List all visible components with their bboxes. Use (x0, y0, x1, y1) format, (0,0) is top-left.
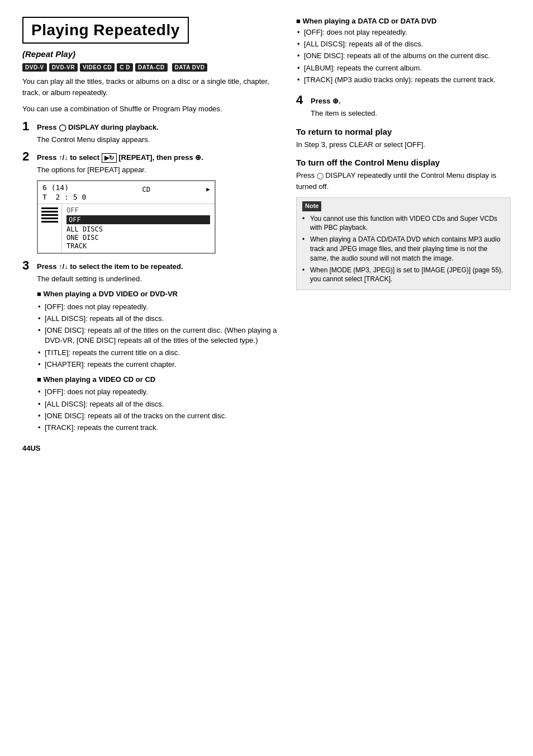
step-3-title: Press ↑/↓ to select the item to be repea… (37, 259, 183, 272)
display-opt-1: OFF (66, 206, 210, 214)
vcd-item-1: [OFF]: does not play repeatedly. (37, 387, 279, 397)
intro-para-2: You can use a combination of Shuffle or … (22, 103, 279, 115)
step-3-body: The default setting is underlined. (37, 273, 279, 285)
note-item-1: You cannot use this function with VIDEO … (302, 214, 505, 233)
display-track-number: 6 (14) (42, 183, 86, 193)
vcd-item-4: [TRACK]: repeats the current track. (37, 423, 279, 433)
display-bars (38, 204, 62, 253)
dvd-item-5: [CHAPTER]: repeats the current chapter. (37, 360, 279, 370)
when-videocd-header: ■ When playing a VIDEO CD or CD (37, 374, 279, 385)
step-3-num: 3 (22, 259, 34, 272)
badge-row: DVD-V DVD-VR VIDEO CD C D DATA-CD DATA D… (22, 63, 279, 72)
dvd-item-1: [OFF]: does not play repeatedly. (37, 302, 279, 312)
subtitle: (Repeat Play) (22, 49, 279, 59)
badge-cd: C D (117, 63, 133, 72)
step-1: 1 Press ◯ DISPLAY during playback. The C… (22, 120, 279, 145)
display-opt-5: TRACK (66, 242, 210, 250)
left-column: Playing Repeatedly (Repeat Play) DVD-V D… (22, 17, 279, 452)
display-elapsed: T 2 : 5 0 (42, 193, 86, 202)
when-datacd-list: [OFF]: does not play repeatedly. [ALL DI… (296, 27, 511, 85)
page-title: Playing Repeatedly (22, 17, 189, 44)
badge-datacd: DATA-CD (135, 63, 168, 72)
datacd-item-5: [TRACK] (MP3 audio tracks only): repeats… (296, 75, 511, 85)
step-2: 2 Press ↑/↓ to select ▶↻ [REPEAT], then … (22, 150, 279, 253)
badge-datadvd: DATA DVD (172, 63, 208, 72)
badge-videocd: VIDEO CD (80, 63, 115, 72)
datacd-item-1: [OFF]: does not play repeatedly. (296, 27, 511, 37)
note-box: Note You cannot use this function with V… (296, 197, 511, 290)
display-opt-4: ONE DISC (66, 234, 210, 242)
display-opt-2-highlight: OFF (66, 215, 210, 224)
display-opt-3: ALL DISCS (66, 225, 210, 233)
dvd-item-2: [ALL DISCS]: repeats all of the discs. (37, 314, 279, 324)
turn-off-section-body: Press ◯ DISPLAY repeatedly until the Con… (296, 170, 511, 192)
step-1-title: Press ◯ DISPLAY during playback. (37, 120, 159, 133)
when-dvd-list: [OFF]: does not play repeatedly. [ALL DI… (37, 302, 279, 370)
when-dvd-header: ■ When playing a DVD VIDEO or DVD-VR (37, 289, 279, 300)
note-label: Note (302, 201, 321, 211)
when-videocd-list: [OFF]: does not play repeatedly. [ALL DI… (37, 387, 279, 433)
note-list: You cannot use this function with VIDEO … (302, 214, 505, 285)
step-2-title: Press ↑/↓ to select ▶↻ [REPEAT], then pr… (37, 150, 203, 163)
step-4-body: The item is selected. (311, 108, 511, 119)
vcd-item-2: [ALL DISCS]: repeats all of the discs. (37, 399, 279, 409)
return-section-title: To return to normal play (296, 127, 511, 136)
step-4-num: 4 (296, 94, 307, 106)
display-arrow: ▶ (206, 183, 210, 193)
dvd-item-4: [TITLE]: repeats the current title on a … (37, 348, 279, 358)
turn-off-section-title: To turn off the Control Menu display (296, 158, 511, 167)
badge-dvdv: DVD-V (22, 63, 47, 72)
badge-dvdvr: DVD-VR (49, 63, 78, 72)
step-2-num: 2 (22, 150, 34, 163)
step-3: 3 Press ↑/↓ to select the item to be rep… (22, 259, 279, 433)
datacd-item-2: [ALL DISCS]: repeats all of the discs. (296, 39, 511, 49)
note-item-3: When [MODE (MP3, JPEG)] is set to [IMAGE… (302, 266, 505, 285)
return-section-body: In Step 3, press CLEAR or select [OFF]. (296, 139, 511, 150)
vcd-item-3: [ONE DISC]: repeats all of the tracks on… (37, 411, 279, 421)
step-2-body: The options for [REPEAT] appear. (37, 164, 279, 176)
note-item-2: When playing a DATA CD/DATA DVD which co… (302, 235, 505, 263)
right-column: ■ When playing a DATA CD or DATA DVD [OF… (296, 17, 511, 452)
dvd-item-3: [ONE DISC]: repeats all of the titles on… (37, 325, 279, 346)
step-4: 4 Press ⊕. The item is selected. (296, 94, 511, 119)
intro-para-1: You can play all the titles, tracks or a… (22, 76, 279, 98)
step-1-body: The Control Menu display appears. (37, 134, 279, 145)
display-cd-label: CD (142, 183, 150, 193)
step-1-num: 1 (22, 120, 34, 133)
datacd-item-4: [ALBUM]: repeats the current album. (296, 63, 511, 73)
display-panel: 6 (14) T 2 : 5 0 CD ▶ OFF (37, 180, 216, 254)
datacd-item-3: [ONE DISC]: repeats all of the albums on… (296, 51, 511, 61)
display-time: 6 (14) T 2 : 5 0 (42, 183, 86, 202)
page-number: 44US (22, 444, 279, 452)
step-4-title: Press ⊕. (311, 94, 341, 106)
when-datacd-header: ■ When playing a DATA CD or DATA DVD (296, 17, 511, 25)
display-main: OFF OFF ALL DISCS ONE DISC TRACK (62, 204, 215, 253)
repeat-icon: ▶↻ (102, 153, 117, 163)
step-3-when-dvd: ■ When playing a DVD VIDEO or DVD-VR [OF… (37, 289, 279, 433)
